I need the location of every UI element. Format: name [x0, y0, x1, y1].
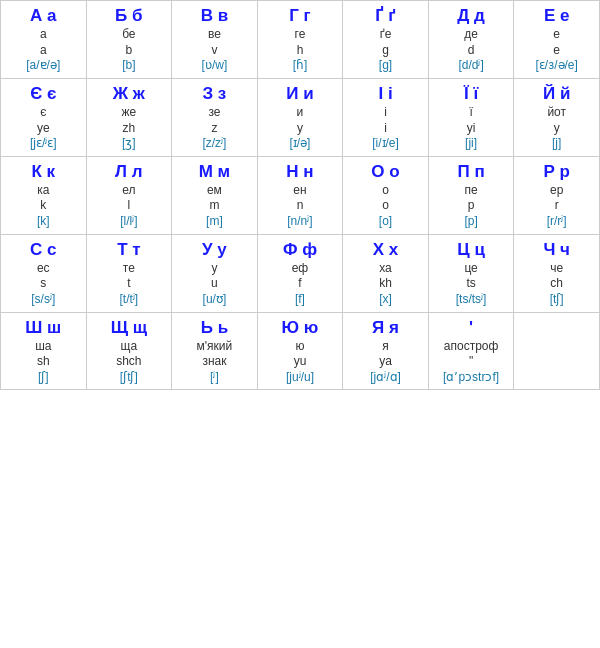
letter-name: зе	[174, 105, 255, 121]
ipa-notation: [t/tʲ]	[89, 292, 170, 308]
letter-name: бе	[89, 27, 170, 43]
romanization: r	[516, 198, 597, 214]
letter-name: ка	[3, 183, 84, 199]
letter-display: Ь ь	[174, 317, 255, 339]
alphabet-cell	[514, 312, 600, 390]
ipa-notation: [m]	[174, 214, 255, 230]
letter-display: Н н	[260, 161, 341, 183]
alphabet-cell: Ю ююyu[juʲ/u]	[257, 312, 343, 390]
alphabet-cell: Ь ьм'якийзнак[ʲ]	[172, 312, 258, 390]
letter-name: пе	[431, 183, 512, 199]
letter-display: Ц ц	[431, 239, 512, 261]
letter-display: Х х	[345, 239, 426, 261]
ipa-notation: [tʃ]	[516, 292, 597, 308]
ipa-notation: [b]	[89, 58, 170, 74]
alphabet-cell: Ж жжеzh[ʒ]	[86, 78, 172, 156]
letter-display: Ї ї	[431, 83, 512, 105]
alphabet-cell: Л лелl[l/lʲ]	[86, 156, 172, 234]
letter-display: Ю ю	[260, 317, 341, 339]
letter-display: И и	[260, 83, 341, 105]
ipa-notation: [n/nʲ]	[260, 214, 341, 230]
letter-display: З з	[174, 83, 255, 105]
romanization: y	[260, 121, 341, 137]
alphabet-cell: У ууu[u/ʊ]	[172, 234, 258, 312]
letter-display: В в	[174, 5, 255, 27]
letter-name: ес	[3, 261, 84, 277]
romanization: y	[516, 121, 597, 137]
ipa-notation: [j]	[516, 136, 597, 152]
romanization: n	[260, 198, 341, 214]
romanization: d	[431, 43, 512, 59]
letter-name: є	[3, 105, 84, 121]
letter-name: о	[345, 183, 426, 199]
letter-name: ша	[3, 339, 84, 355]
romanization: e	[516, 43, 597, 59]
letter-display: Ф ф	[260, 239, 341, 261]
alphabet-cell: К ккаk[k]	[1, 156, 87, 234]
romanization: zh	[89, 121, 170, 137]
romanization: o	[345, 198, 426, 214]
letter-name: я	[345, 339, 426, 355]
romanization: sh	[3, 354, 84, 370]
romanization: b	[89, 43, 170, 59]
letter-name: и	[260, 105, 341, 121]
ipa-notation: [i/ɪ/e]	[345, 136, 426, 152]
letter-display: Я я	[345, 317, 426, 339]
romanization: h	[260, 43, 341, 59]
letter-name: е	[516, 27, 597, 43]
letter-display: К к	[3, 161, 84, 183]
alphabet-cell: Е ееe[ɛ/ɜ/ə/e]	[514, 1, 600, 79]
romanization: a	[3, 43, 84, 59]
letter-name: еф	[260, 261, 341, 277]
letter-name: йот	[516, 105, 597, 121]
letter-name: че	[516, 261, 597, 277]
letter-display: Ш ш	[3, 317, 84, 339]
romanization: m	[174, 198, 255, 214]
letter-display: І і	[345, 83, 426, 105]
alphabet-cell: А ааa[a/ɐ/ə]	[1, 1, 87, 79]
ipa-notation: [ɑʼpɔstrɔf]	[431, 370, 512, 386]
letter-display: Т т	[89, 239, 170, 261]
alphabet-cell: В ввеv[ʋ/w]	[172, 1, 258, 79]
letter-display: С с	[3, 239, 84, 261]
ipa-notation: [ɪ/ə]	[260, 136, 341, 152]
alphabet-cell: Д ддеd[d/dʲ]	[428, 1, 514, 79]
alphabet-cell: І ііi[i/ɪ/e]	[343, 78, 429, 156]
letter-name: те	[89, 261, 170, 277]
alphabet-cell: Ф фефf[f]	[257, 234, 343, 312]
romanization: g	[345, 43, 426, 59]
ipa-notation: [a/ɐ/ə]	[3, 58, 84, 74]
letter-display: Ч ч	[516, 239, 597, 261]
letter-name: апостроф	[431, 339, 512, 355]
romanization: p	[431, 198, 512, 214]
ipa-notation: [d/dʲ]	[431, 58, 512, 74]
letter-name: ер	[516, 183, 597, 199]
letter-name: ю	[260, 339, 341, 355]
alphabet-cell: 'апостроф"[ɑʼpɔstrɔf]	[428, 312, 514, 390]
alphabet-cell: Ч ччеch[tʃ]	[514, 234, 600, 312]
romanization: ya	[345, 354, 426, 370]
alphabet-cell: С сесs[s/sʲ]	[1, 234, 87, 312]
alphabet-cell: Й ййотy[j]	[514, 78, 600, 156]
letter-name: а	[3, 27, 84, 43]
ipa-notation: [ʒ]	[89, 136, 170, 152]
ipa-notation: [ʃtʃ]	[89, 370, 170, 386]
letter-name: ї	[431, 105, 512, 121]
ipa-notation: [z/zʲ]	[174, 136, 255, 152]
romanization: shch	[89, 354, 170, 370]
alphabet-cell: Ї їїyi[ji]	[428, 78, 514, 156]
romanization: z	[174, 121, 255, 137]
romanization: ts	[431, 276, 512, 292]
alphabet-cell: Є єєye[jɛ/ʲɛ]	[1, 78, 87, 156]
letter-display: У у	[174, 239, 255, 261]
romanization: kh	[345, 276, 426, 292]
romanization: i	[345, 121, 426, 137]
ipa-notation: [g]	[345, 58, 426, 74]
ipa-notation: [ɛ/ɜ/ə/e]	[516, 58, 597, 74]
alphabet-cell: Я яяya[jɑʲ/ɑ]	[343, 312, 429, 390]
romanization: s	[3, 276, 84, 292]
letter-display: М м	[174, 161, 255, 183]
ipa-notation: [ʲ]	[174, 370, 255, 386]
letter-display: Б б	[89, 5, 170, 27]
romanization: u	[174, 276, 255, 292]
